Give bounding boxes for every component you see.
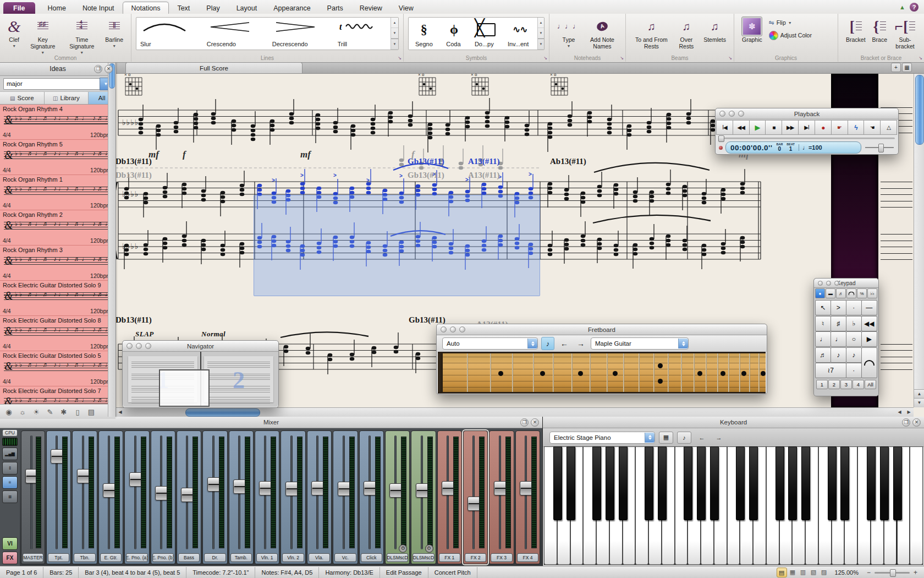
flip-button[interactable]: ⇋ Flip▼	[766, 19, 815, 27]
ribbon-tab-home[interactable]: Home	[40, 2, 74, 14]
symbols-gallery-scroll[interactable]: ▲▼▼	[537, 18, 544, 50]
next-arrow-icon[interactable]: →	[574, 338, 587, 349]
idea-item[interactable]: Rock Electric Guitar Distorted Solo 9&♭♭…	[0, 281, 116, 316]
mixer-channel-vln-2[interactable]: Vln. 2	[280, 430, 305, 564]
mixer-channel-dlsmscd[interactable]: ⚙DLSMscD	[411, 430, 436, 564]
ribbon-tab-parts[interactable]: Parts	[319, 2, 351, 14]
adjust-color-button[interactable]: Adjust Color	[766, 30, 815, 41]
chord-symbol[interactable]: Gb13(#11)	[408, 171, 444, 180]
record-button[interactable]: ●	[815, 120, 832, 135]
window-minimize-icon[interactable]	[826, 281, 831, 286]
window-minimize-icon[interactable]	[729, 111, 735, 117]
idea-item[interactable]: Rock Organ Rhythm 5&♭♭ ♬♩♬ ♪♩♪ ♬♩ ♪♬♩4/4…	[0, 140, 116, 175]
move-playback-line-to-end-button[interactable]: ▶I	[798, 120, 815, 135]
mixer-channel-click[interactable]: Click	[359, 430, 384, 564]
window-close-icon[interactable]	[818, 281, 823, 286]
narrow-strips-button[interactable]: ≡	[2, 476, 18, 489]
voice-button-3[interactable]: 3	[840, 380, 852, 389]
scroll-right-icon[interactable]: ▶	[904, 408, 914, 416]
idea-lightbulb-outline-icon[interactable]: ☼	[16, 406, 29, 417]
piano-black-key[interactable]	[736, 446, 745, 520]
piano-black-key[interactable]	[828, 446, 837, 520]
keypad-layout-tab-6[interactable]: ♭♭	[867, 288, 877, 298]
window-zoom-icon[interactable]	[738, 111, 744, 117]
idea-info-icon[interactable]: ✱	[57, 406, 70, 417]
paste-idea-icon[interactable]: ▤	[85, 406, 98, 417]
technique-text[interactable]: Normal	[201, 330, 226, 339]
dynamic-marking[interactable]: mf	[148, 149, 159, 160]
fx-button[interactable]: FX	[2, 552, 18, 564]
fader-track[interactable]	[472, 435, 475, 549]
keypad-key[interactable]: ♮	[815, 316, 831, 331]
keypad-key[interactable]: ↖	[815, 300, 831, 315]
scroll-down-icon[interactable]: ▼	[914, 398, 924, 407]
window-zoom-icon[interactable]	[834, 281, 839, 286]
show-faders-button[interactable]: ⇕	[2, 462, 18, 475]
idea-item[interactable]: Rock Electric Guitar Distorted Solo 7&♭♭…	[0, 386, 116, 404]
time-signature-button[interactable]: 44 Time Signature▼	[62, 15, 102, 55]
new-tab-button[interactable]: +	[891, 63, 901, 72]
voice-button-4[interactable]: 4	[853, 380, 864, 389]
piano-black-key[interactable]	[658, 446, 667, 520]
mixer-channel-vln-1[interactable]: Vln. 1	[255, 430, 279, 564]
piano-keyboard[interactable]	[544, 446, 923, 565]
navigator-pages[interactable]: 1 2	[123, 352, 278, 407]
live-tempo-button[interactable]: ☚	[864, 120, 881, 135]
mixer-channel-e-pno-a-[interactable]: E. Pno. (a)	[124, 430, 149, 564]
mixer-channel-e-gtr-[interactable]: E. Gtr.	[98, 430, 123, 564]
stemlets-button[interactable]: ♫ Stemlets	[700, 15, 729, 44]
piano-black-key[interactable]	[645, 446, 653, 520]
keypad-key[interactable]: ♩	[815, 331, 831, 347]
idea-lightbulb-solid-icon[interactable]: ☀	[30, 406, 43, 417]
tab-list-icon[interactable]: ▦	[902, 63, 912, 72]
fretboard-window[interactable]: Fretboard Auto ♪ ← → Maple Guitar	[436, 324, 767, 395]
timeline-slider-thumb[interactable]	[718, 135, 724, 142]
idea-item[interactable]: Rock Organ Rhythm 4&♭♭ ♬♩♬ ♪♩♪ ♬♩ ♪♬♩4/4…	[0, 105, 116, 140]
beams-over-rests-button[interactable]: ♫ Over Rests	[673, 15, 700, 51]
keypad-key[interactable]: ♪	[831, 347, 846, 363]
idea-item[interactable]: Rock Electric Guitar Distorted Solo 8&♭♭…	[0, 316, 116, 351]
piano-black-key[interactable]	[801, 446, 810, 520]
keypad-key[interactable]: ♩	[831, 331, 846, 347]
piano-black-key[interactable]	[710, 446, 719, 520]
noteheads-dialog-launcher[interactable]: ↘	[620, 56, 624, 61]
piano-black-key[interactable]	[606, 446, 614, 520]
chord-symbol[interactable]: A13(#11)	[468, 157, 500, 166]
wide-strips-button[interactable]: ≣	[2, 490, 18, 503]
ribbon-tab-appearance[interactable]: Appearance	[265, 2, 318, 14]
metronome-click-button[interactable]: △	[880, 120, 897, 135]
dynamic-marking[interactable]: f	[411, 149, 415, 160]
piano-black-key[interactable]	[749, 446, 758, 520]
keypad-layout-tab-4[interactable]	[846, 288, 856, 298]
crescendo-item[interactable]: Crescendo	[203, 18, 268, 50]
ribbon-tab-notations[interactable]: Notations	[123, 2, 169, 14]
vertical-scrollbar[interactable]: ▲ ▼	[914, 73, 924, 407]
mixer-channel-vla-[interactable]: Vla.	[307, 430, 332, 564]
keypad-key[interactable]: ○	[846, 331, 862, 347]
keypad-key[interactable]: ♪	[846, 347, 862, 363]
piano-black-key[interactable]	[867, 446, 876, 520]
keypad-rest-key[interactable]: ≀7	[815, 363, 846, 378]
edit-idea-icon[interactable]: ✎	[43, 406, 57, 417]
mixer-channel-dr-[interactable]: Dr.	[202, 430, 227, 564]
next-arrow-icon[interactable]: →	[712, 432, 725, 443]
piano-black-key[interactable]	[553, 446, 562, 520]
idea-item[interactable]: Rock Electric Guitar Distorted Solo 5&♭♭…	[0, 351, 116, 386]
keypad-dot-key[interactable]: ·	[846, 363, 862, 378]
mixer-channel-tamb-[interactable]: Tamb.	[229, 430, 254, 564]
window-zoom-icon[interactable]	[145, 343, 151, 349]
brace-button[interactable]: { Brace	[869, 15, 890, 44]
segno-item[interactable]: § Segno	[409, 18, 439, 50]
voice-button-1[interactable]: 1	[816, 380, 828, 389]
play-button[interactable]: ▶	[749, 120, 766, 135]
ribbon-tab-text[interactable]: Text	[169, 2, 198, 14]
tab-library[interactable]: ◫Library	[45, 92, 89, 104]
fast-forward-button[interactable]: ▶▶	[782, 120, 799, 135]
keypad-layout-tab-2[interactable]: ▬	[826, 288, 835, 298]
chord-symbol[interactable]: Db13(#11)	[116, 315, 152, 325]
technique-text[interactable]: SLAP	[135, 330, 154, 339]
ideas-search-input[interactable]: major	[3, 78, 100, 90]
chord-symbol[interactable]: A13(#11)	[468, 171, 500, 180]
ideas-scrollbar[interactable]	[108, 62, 116, 417]
keypad-layout-tab-3[interactable]: ♬	[836, 288, 846, 298]
